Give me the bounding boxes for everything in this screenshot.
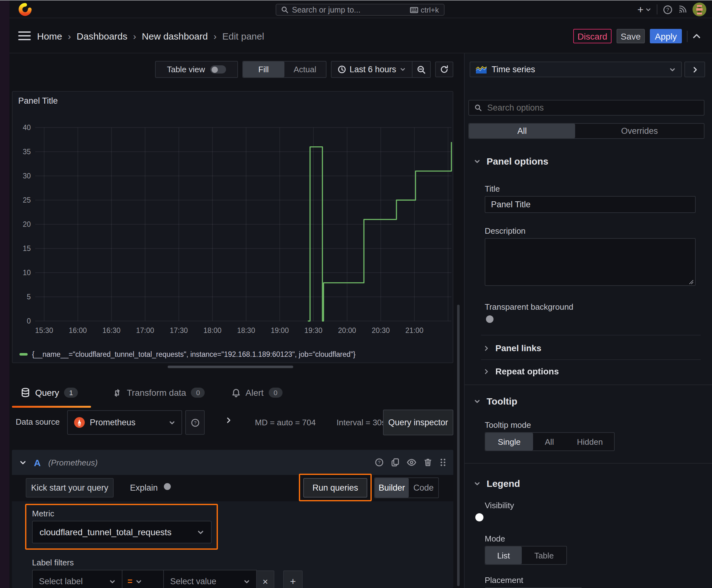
options-search-input[interactable] bbox=[486, 102, 698, 113]
tab-overrides[interactable]: Overrides bbox=[575, 124, 704, 138]
visualization-name: Time series bbox=[492, 65, 664, 74]
description-textarea[interactable] bbox=[485, 238, 696, 286]
left-pane-scrollbar[interactable] bbox=[457, 305, 459, 586]
datasource-picker[interactable]: Prometheus bbox=[67, 410, 182, 435]
chevron-down-icon bbox=[669, 66, 675, 72]
mega-menu-toggle[interactable] bbox=[18, 29, 31, 42]
query-help-icon[interactable]: ? bbox=[375, 458, 384, 467]
select-value-dropdown[interactable]: Select value bbox=[164, 570, 257, 588]
divider bbox=[481, 359, 701, 360]
select-label-placeholder: Select label bbox=[39, 577, 109, 586]
chevron-down-icon bbox=[244, 578, 250, 585]
tab-alert[interactable]: Alert 0 bbox=[232, 379, 283, 406]
svg-text:?: ? bbox=[378, 460, 381, 465]
tab-transform-count: 0 bbox=[191, 387, 205, 398]
legend-header[interactable]: Legend bbox=[474, 478, 520, 489]
search-shortcut: ctrl+k bbox=[421, 5, 439, 14]
code-option[interactable]: Code bbox=[409, 478, 438, 498]
operator-value: = bbox=[127, 577, 132, 586]
duplicate-query-icon[interactable] bbox=[391, 458, 399, 467]
expand-stats-icon[interactable] bbox=[225, 417, 232, 424]
query-inspector-button[interactable]: Query inspector bbox=[383, 410, 453, 435]
svg-text:5: 5 bbox=[27, 293, 31, 301]
splitter-handle[interactable] bbox=[168, 365, 293, 368]
options-search[interactable] bbox=[468, 100, 705, 115]
grafana-logo[interactable] bbox=[18, 2, 33, 17]
tooltip-single[interactable]: Single bbox=[486, 433, 533, 450]
textarea-resize-handle[interactable] bbox=[689, 279, 694, 285]
fill-option[interactable]: Fill bbox=[243, 62, 284, 77]
metric-label: Metric bbox=[32, 509, 54, 518]
tooltip-hidden[interactable]: Hidden bbox=[566, 433, 614, 450]
builder-option[interactable]: Builder bbox=[375, 478, 409, 498]
new-menu-button[interactable]: + bbox=[637, 4, 651, 15]
breadcrumb-home[interactable]: Home bbox=[37, 30, 62, 41]
svg-text:17:30: 17:30 bbox=[170, 327, 188, 335]
time-series-chart[interactable]: 051015202530354015:3016:0016:3017:0017:3… bbox=[13, 92, 453, 343]
collapse-header-icon[interactable] bbox=[693, 33, 701, 39]
tab-query[interactable]: Query 1 bbox=[21, 379, 78, 406]
time-range-picker[interactable]: Last 6 hours bbox=[331, 62, 412, 77]
search-icon bbox=[281, 6, 288, 13]
tooltip-header[interactable]: Tooltip bbox=[474, 396, 517, 406]
panel-links-section[interactable]: Panel links bbox=[483, 343, 541, 353]
table-view-toggle[interactable] bbox=[210, 65, 226, 74]
query-editor-card: A (Prometheus) ? Kick start your query E… bbox=[12, 450, 453, 588]
add-filter-button[interactable]: + bbox=[283, 570, 303, 588]
collapse-query-icon[interactable] bbox=[19, 459, 26, 466]
metric-select[interactable]: cloudflared_tunnel_total_requests bbox=[32, 521, 212, 543]
svg-text:16:30: 16:30 bbox=[102, 327, 121, 335]
operator-dropdown[interactable]: = bbox=[123, 570, 164, 588]
save-button[interactable]: Save bbox=[617, 29, 645, 43]
datasource-help-button[interactable]: ? bbox=[185, 410, 205, 435]
visualization-picker[interactable]: Time series bbox=[470, 62, 682, 77]
kickstart-button[interactable]: Kick start your query bbox=[26, 478, 114, 498]
legend-title: Legend bbox=[487, 478, 520, 489]
mode-table[interactable]: Table bbox=[522, 547, 566, 564]
legend-swatch[interactable] bbox=[19, 353, 28, 356]
run-queries-button[interactable]: Run queries bbox=[303, 478, 367, 498]
chevron-down-icon bbox=[474, 480, 480, 486]
actual-option[interactable]: Actual bbox=[284, 62, 326, 77]
global-search[interactable]: Search or jump to... ctrl+k bbox=[276, 4, 445, 16]
repeat-options-section[interactable]: Repeat options bbox=[483, 366, 559, 376]
news-rss-icon[interactable] bbox=[678, 5, 687, 14]
edit-actions: Discard Save Apply bbox=[573, 29, 701, 43]
delete-query-icon[interactable] bbox=[424, 458, 432, 467]
tab-transform-label: Transform data bbox=[127, 387, 186, 398]
breadcrumb-dashboards[interactable]: Dashboards bbox=[77, 30, 127, 41]
tooltip-all[interactable]: All bbox=[533, 433, 566, 450]
svg-text:0: 0 bbox=[27, 317, 31, 325]
discard-button[interactable]: Discard bbox=[573, 29, 611, 43]
tab-all[interactable]: All bbox=[469, 124, 575, 138]
panel-title-input[interactable] bbox=[485, 196, 696, 213]
metric-value: cloudflared_tunnel_total_requests bbox=[40, 527, 197, 537]
zoom-out-button[interactable] bbox=[412, 62, 430, 77]
user-avatar[interactable] bbox=[693, 2, 706, 16]
topbar-divider bbox=[657, 4, 657, 15]
panel-options-header[interactable]: Panel options bbox=[474, 156, 548, 166]
legend-series-label[interactable]: {__name__="cloudflared_tunnel_total_requ… bbox=[32, 351, 355, 358]
query-header[interactable]: A (Prometheus) ? bbox=[12, 450, 453, 475]
refresh-button[interactable] bbox=[435, 62, 453, 77]
mode-list[interactable]: List bbox=[486, 547, 522, 564]
tooltip-title: Tooltip bbox=[487, 396, 517, 406]
section-divider bbox=[465, 463, 712, 464]
search-icon bbox=[475, 104, 481, 111]
label-filter-row: Select label = Select value × + bbox=[32, 570, 303, 588]
datasource-row: Data source Prometheus ? MD = auto = 704… bbox=[12, 408, 453, 437]
breadcrumb: Home › Dashboards › New dashboard › Edit… bbox=[37, 18, 264, 54]
hamburger-icon bbox=[18, 31, 31, 33]
tab-transform[interactable]: Transform data 0 bbox=[112, 379, 205, 406]
breadcrumb-new-dashboard[interactable]: New dashboard bbox=[142, 30, 208, 41]
query-ref-id[interactable]: A bbox=[34, 457, 41, 468]
drag-handle-icon[interactable] bbox=[439, 458, 446, 467]
toggle-visibility-icon[interactable] bbox=[407, 459, 416, 466]
help-icon[interactable]: ? bbox=[663, 5, 672, 14]
select-label-dropdown[interactable]: Select label bbox=[32, 570, 123, 588]
apply-button[interactable]: Apply bbox=[650, 29, 682, 43]
query-datasource-hint: (Prometheus) bbox=[48, 458, 98, 467]
toggle-options-pane-button[interactable] bbox=[684, 62, 705, 77]
remove-filter-button[interactable]: × bbox=[257, 570, 274, 588]
svg-text:40: 40 bbox=[23, 123, 31, 132]
